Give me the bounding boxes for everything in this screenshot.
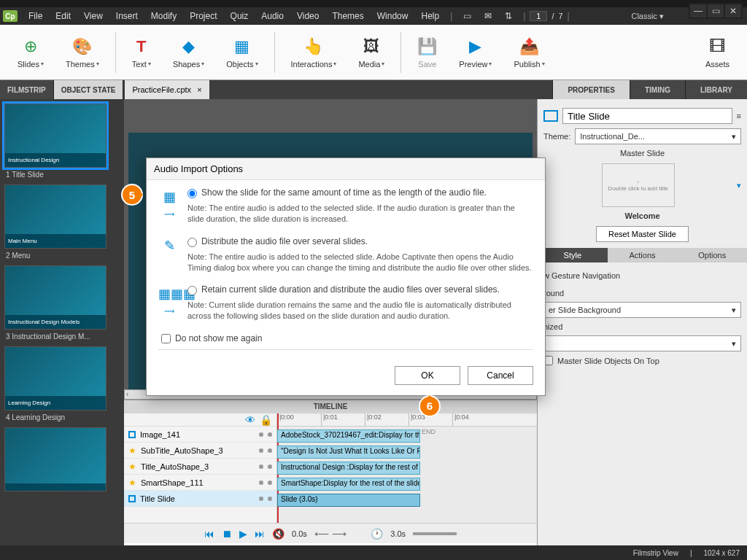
ribbon-slides[interactable]: ⊕Slides <box>7 34 54 71</box>
timeline-bar[interactable]: "Design Is Not Just What It Looks Like O… <box>277 446 420 459</box>
ok-button[interactable]: OK <box>395 366 460 385</box>
subtab-style[interactable]: Style <box>538 248 608 262</box>
menu-file[interactable]: File <box>22 9 49 23</box>
ribbon-objects[interactable]: ▦Objects <box>216 34 268 71</box>
dialog-title: Audio Import Options <box>147 158 545 180</box>
menu-quiz[interactable]: Quiz <box>224 9 255 23</box>
timeline-bar[interactable]: SmartShape:Display for the rest of the s… <box>277 478 420 491</box>
tl-time-start: 0.0s <box>292 529 307 538</box>
menu-insert[interactable]: Insert <box>109 9 144 23</box>
timeline-bar[interactable]: Instructional Design :Display for the re… <box>277 462 420 475</box>
timeline-layer[interactable]: Image_141 <box>124 427 276 443</box>
menu-modify[interactable]: Modify <box>144 9 183 23</box>
tl-stop-icon[interactable]: ⏹ <box>222 528 232 540</box>
minimize-button[interactable]: — <box>690 4 706 18</box>
theme-dropdown[interactable]: Instructional_De...▾ <box>575 128 741 144</box>
sync-icon[interactable]: ⇅ <box>498 9 519 23</box>
filmstrip-slide[interactable]: Learning Design4 Learning Design <box>4 346 120 423</box>
maximize-button[interactable]: ▭ <box>708 4 724 18</box>
menu-themes[interactable]: Themes <box>325 9 370 23</box>
do-not-show-checkbox[interactable] <box>161 334 171 343</box>
filmstrip-slide[interactable]: Instructional Design1 Title Slide <box>4 104 120 180</box>
tab-library[interactable]: LIBRARY <box>685 80 747 99</box>
tl-mute-icon[interactable]: 🔇 <box>272 528 285 540</box>
menu-help[interactable]: Help <box>414 9 446 23</box>
ribbon-publish[interactable]: 📤Publish <box>503 34 554 71</box>
ribbon-themes[interactable]: 🎨Themes <box>55 34 109 71</box>
option2-icon: ✎ <box>158 236 180 273</box>
menu-project[interactable]: Project <box>183 9 223 23</box>
master-slide-label: Master Slide <box>543 149 741 158</box>
props-menu-icon[interactable]: ≡ <box>737 112 741 120</box>
close-tab-icon[interactable]: × <box>197 85 201 94</box>
ribbon-text[interactable]: TText <box>122 34 161 71</box>
filmstrip-slide[interactable]: Instructional Design Models3 Instruction… <box>4 265 120 342</box>
status-bar: Filmstrip View | 1024 x 627 <box>0 545 747 560</box>
tab-timing[interactable]: TIMING <box>630 80 685 99</box>
menu-edit[interactable]: Edit <box>49 9 77 23</box>
reset-master-button[interactable]: Reset Master Slide <box>596 226 689 242</box>
tl-zoom-slider[interactable] <box>413 532 457 535</box>
callout-5: 5 <box>121 184 143 206</box>
option2-radio[interactable] <box>187 238 197 247</box>
tab-filmstrip[interactable]: FILMSTRIP <box>0 80 54 99</box>
master-name: Welcome <box>543 211 741 220</box>
menu-video[interactable]: Video <box>290 9 325 23</box>
page-sep: / <box>551 12 554 20</box>
subtab-actions[interactable]: Actions <box>608 248 678 262</box>
timeline-tracks[interactable]: |0:00|0:01|0:02|0:03|0:04 END AdobeStock… <box>277 413 537 523</box>
timeline-layer[interactable]: Title Slide <box>124 491 276 507</box>
tab-properties[interactable]: PROPERTIES <box>552 80 629 99</box>
master-chevron-icon[interactable]: ▾ <box>737 181 741 190</box>
timeline-layer[interactable]: ★SmartShape_111 <box>124 475 276 491</box>
tl-fwd-icon[interactable]: ⏭ <box>255 528 265 540</box>
slide-name-input[interactable] <box>562 108 732 124</box>
mail-icon[interactable]: ✉ <box>478 9 498 23</box>
close-button[interactable]: ✕ <box>725 4 741 18</box>
filmstrip-slide[interactable] <box>4 427 120 496</box>
timeline-layer[interactable]: ★SubTitle_AutoShape_3 <box>124 443 276 459</box>
ribbon-media[interactable]: 🖼Media <box>348 34 395 71</box>
cancel-button[interactable]: Cancel <box>468 366 533 385</box>
menu-view[interactable]: View <box>77 9 109 23</box>
subtab-options[interactable]: Options <box>677 248 747 262</box>
timeline-layer[interactable]: ★Title_AutoShape_3 <box>124 459 276 475</box>
timeline-bar[interactable]: AdobeStock_370219467_edit:Display for th… <box>277 429 420 443</box>
tl-rewind-icon[interactable]: ⏮ <box>204 528 214 540</box>
slide-type-icon <box>543 110 558 122</box>
background-label: round <box>543 284 741 302</box>
menu-window[interactable]: Window <box>371 9 415 23</box>
timeline-panel: TIMELINE 👁🔒 Image_141★SubTitle_AutoShape… <box>124 400 537 545</box>
option3-icon: ▦▦▦⟿ <box>158 284 180 322</box>
option1-radio[interactable] <box>187 189 197 198</box>
customized-dropdown[interactable]: ▾ <box>543 335 741 351</box>
lock-icon[interactable]: 🔒 <box>260 414 272 426</box>
menu-audio[interactable]: Audio <box>255 9 290 23</box>
option3-radio[interactable] <box>187 286 197 295</box>
master-slide-preview[interactable]: ▫Double click to add title <box>602 163 675 207</box>
page-total: 7 <box>558 12 562 20</box>
page-current-input[interactable] <box>530 11 547 21</box>
option3-note: Note: Current slide duration remains the… <box>187 300 533 322</box>
timeline-bar[interactable]: Slide (3.0s) <box>277 494 420 507</box>
workspace-dropdown[interactable]: Classic ▾ <box>624 10 671 23</box>
ribbon-shapes[interactable]: ◆Shapes <box>163 34 214 71</box>
status-view: Filmstrip View <box>633 549 678 557</box>
theme-label: Theme: <box>543 132 570 141</box>
option1-note: Note: The entire audio is added to the s… <box>187 203 533 225</box>
properties-panel: ≡ Theme: Instructional_De...▾ Master Sli… <box>537 99 747 545</box>
eye-icon[interactable]: 👁 <box>245 414 255 426</box>
timeline-controls: ⏮ ⏹ ▶ ⏭ 🔇 0.0s ⟵ ⟶ 🕐 3.0s <box>124 523 537 543</box>
screen-icon[interactable]: ▭ <box>457 9 478 23</box>
ribbon-toolbar: ⊕Slides 🎨Themes TText ◆Shapes ▦Objects 👆… <box>0 25 747 80</box>
ribbon-preview[interactable]: ▶Preview <box>449 34 502 71</box>
background-dropdown[interactable]: er Slide Background▾ <box>543 302 741 318</box>
document-tab[interactable]: PracticeFile.cptx× <box>125 80 209 99</box>
filmstrip-panel[interactable]: Instructional Design1 Title SlideMain Me… <box>0 99 124 545</box>
ribbon-interactions[interactable]: 👆Interactions <box>281 34 347 71</box>
tl-play-icon[interactable]: ▶ <box>239 528 247 540</box>
tab-object-state[interactable]: OBJECT STATE <box>54 80 124 99</box>
ribbon-assets[interactable]: 🎞Assets <box>695 34 740 71</box>
status-size: 1024 x 627 <box>704 549 740 557</box>
filmstrip-slide[interactable]: Main Menu2 Menu <box>4 184 120 261</box>
